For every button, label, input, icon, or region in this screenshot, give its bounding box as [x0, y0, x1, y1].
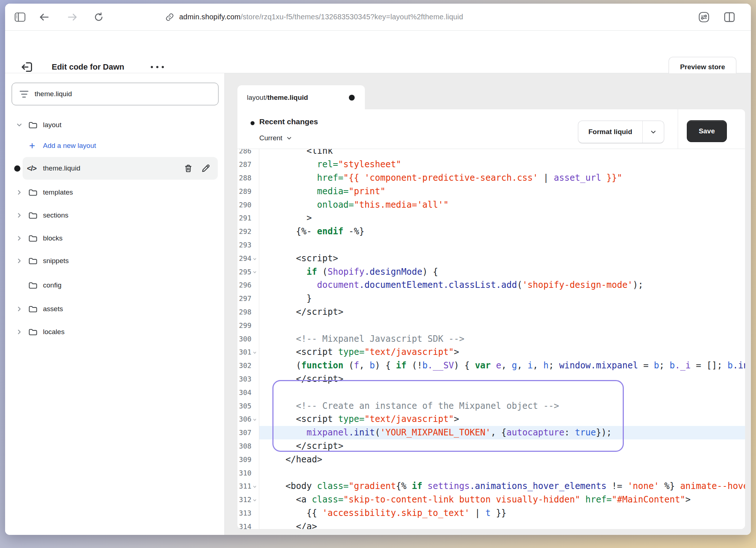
fold-chevron-icon[interactable]: [252, 485, 257, 489]
code-text[interactable]: mixpanel.init('YOUR_MIXPANEL_TOKEN', {au…: [259, 426, 745, 439]
code-line[interactable]: 298 </script>: [237, 305, 745, 319]
chevron-right-icon[interactable]: [15, 305, 23, 313]
fold-chevron-icon[interactable]: [252, 498, 257, 502]
code-editor[interactable]: 286 <link287 rel="stylesheet"288 href="{…: [237, 149, 745, 529]
sidebar-item-layout[interactable]: layout: [5, 115, 224, 135]
code-text[interactable]: (function (f, b) { if (!b.__SV) { var e,…: [259, 359, 745, 372]
code-line[interactable]: 301 <script type="text/javascript">: [237, 345, 745, 359]
code-line[interactable]: 311 <body class="gradient{% if settings.…: [237, 480, 745, 493]
code-line[interactable]: 310: [237, 466, 745, 480]
save-button[interactable]: Save: [687, 120, 727, 142]
code-text[interactable]: [259, 466, 745, 480]
code-text[interactable]: <!-- Create an instance of the Mixpanel …: [259, 399, 745, 412]
chevron-right-icon[interactable]: [15, 328, 23, 336]
code-line[interactable]: 306 <script type="text/javascript">: [237, 412, 745, 426]
code-text[interactable]: {{ 'accessibility.skip_to_text' | t }}: [259, 506, 745, 520]
sidebar-item-assets[interactable]: assets: [5, 299, 224, 319]
code-line[interactable]: 297 }: [237, 292, 745, 305]
code-line[interactable]: 302 (function (f, b) { if (!b.__SV) { va…: [237, 359, 745, 372]
chevron-down-icon[interactable]: [15, 121, 23, 129]
code-text[interactable]: <a class="skip-to-content-link button vi…: [259, 493, 745, 506]
more-options-icon[interactable]: [151, 66, 164, 68]
code-text[interactable]: [259, 318, 745, 332]
code-text[interactable]: </a>: [259, 520, 745, 529]
code-text[interactable]: document.documentElement.classList.add('…: [259, 278, 745, 292]
code-text[interactable]: [259, 385, 745, 399]
code-line[interactable]: 305 <!-- Create an instance of the Mixpa…: [237, 399, 745, 412]
back-icon[interactable]: [37, 10, 51, 24]
code-line[interactable]: 286 <link: [237, 149, 745, 158]
code-text[interactable]: }: [259, 292, 745, 305]
reload-icon[interactable]: [92, 10, 106, 24]
code-text[interactable]: if (Shopify.designMode) {: [259, 265, 745, 278]
code-line[interactable]: 300 <!-- Mixpanel Javascript SDK -->: [237, 332, 745, 345]
code-line[interactable]: 294 <script>: [237, 251, 745, 265]
address-bar[interactable]: admin.shopify.com/store/rzq1xu-f5/themes…: [165, 4, 463, 30]
sidebar-item-snippets[interactable]: snippets: [5, 251, 224, 271]
code-line[interactable]: 287 rel="stylesheet": [237, 158, 745, 171]
split-view-icon[interactable]: [722, 10, 736, 24]
code-line[interactable]: 295 if (Shopify.designMode) {: [237, 265, 745, 278]
sidebar-item-blocks[interactable]: blocks: [5, 228, 224, 248]
code-text[interactable]: <script>: [259, 251, 745, 265]
code-line[interactable]: 303 </script>: [237, 372, 745, 386]
version-dropdown[interactable]: Current: [259, 134, 292, 142]
code-line[interactable]: 290 onload="this.media='all'": [237, 198, 745, 211]
code-line[interactable]: 299: [237, 318, 745, 332]
code-line[interactable]: 291 >: [237, 211, 745, 225]
line-number: 301: [237, 345, 259, 359]
code-text[interactable]: </script>: [259, 439, 745, 453]
code-line[interactable]: 292 {%- endif -%}: [237, 225, 745, 238]
add-new-layout-link[interactable]: + Add a new layout: [5, 136, 224, 156]
fold-chevron-icon[interactable]: [252, 418, 257, 422]
forward-icon[interactable]: [66, 10, 79, 24]
sidebar-item-sections[interactable]: sections: [5, 205, 224, 226]
sidebar-toggle-icon[interactable]: [13, 10, 27, 24]
code-text[interactable]: </head>: [259, 453, 745, 466]
exit-icon[interactable]: [20, 60, 34, 74]
chevron-down-icon[interactable]: [642, 121, 664, 143]
code-text[interactable]: [259, 238, 745, 252]
delete-file-icon[interactable]: [183, 163, 194, 174]
code-text[interactable]: href="{{ 'component-predictive-search.cs…: [259, 171, 745, 185]
code-text[interactable]: >: [259, 211, 745, 225]
code-text[interactable]: <body class="gradient{% if settings.anim…: [259, 480, 745, 493]
fold-chevron-icon[interactable]: [252, 351, 257, 355]
sidebar-item-locales[interactable]: locales: [5, 322, 224, 342]
page-settings-icon[interactable]: [697, 10, 711, 24]
chevron-right-icon[interactable]: [15, 234, 23, 242]
code-line[interactable]: 309 </head>: [237, 453, 745, 466]
code-line[interactable]: 313 {{ 'accessibility.skip_to_text' | t …: [237, 506, 745, 520]
sidebar-item-templates[interactable]: templates: [5, 182, 224, 203]
code-line[interactable]: 296 document.documentElement.classList.a…: [237, 278, 745, 292]
code-line[interactable]: 312 <a class="skip-to-content-link butto…: [237, 493, 745, 506]
code-line[interactable]: 304: [237, 385, 745, 399]
chevron-right-icon[interactable]: [15, 188, 23, 196]
rename-file-icon[interactable]: [200, 163, 211, 174]
code-text[interactable]: <script type="text/javascript">: [259, 412, 745, 426]
sidebar-item-theme-liquid[interactable]: </> theme.liquid: [5, 157, 224, 180]
code-text[interactable]: </script>: [259, 305, 745, 319]
code-text[interactable]: <!-- Mixpanel Javascript SDK -->: [259, 332, 745, 345]
code-line[interactable]: 307 mixpanel.init('YOUR_MIXPANEL_TOKEN',…: [237, 426, 745, 439]
code-line[interactable]: 289 media="print": [237, 184, 745, 198]
code-text[interactable]: rel="stylesheet": [259, 158, 745, 171]
code-line[interactable]: 293: [237, 238, 745, 252]
sidebar-item-config[interactable]: config: [5, 275, 224, 295]
chevron-right-icon[interactable]: [15, 211, 23, 219]
code-text[interactable]: media="print": [259, 184, 745, 198]
file-search-input[interactable]: theme.liquid: [12, 83, 218, 105]
code-line[interactable]: 314 </a>: [237, 520, 745, 529]
format-liquid-button[interactable]: Format liquid: [578, 121, 664, 143]
code-text[interactable]: <link: [259, 149, 745, 158]
chevron-right-icon[interactable]: [15, 257, 23, 265]
code-text[interactable]: {%- endif -%}: [259, 225, 745, 238]
code-text[interactable]: </script>: [259, 372, 745, 386]
code-line[interactable]: 308 </script>: [237, 439, 745, 453]
code-line[interactable]: 288 href="{{ 'component-predictive-searc…: [237, 171, 745, 185]
code-text[interactable]: <script type="text/javascript">: [259, 345, 745, 359]
fold-chevron-icon[interactable]: [252, 257, 257, 261]
tab-theme-liquid[interactable]: layout/theme.liquid: [237, 85, 365, 110]
code-text[interactable]: onload="this.media='all'": [259, 198, 745, 211]
fold-chevron-icon[interactable]: [252, 270, 257, 274]
